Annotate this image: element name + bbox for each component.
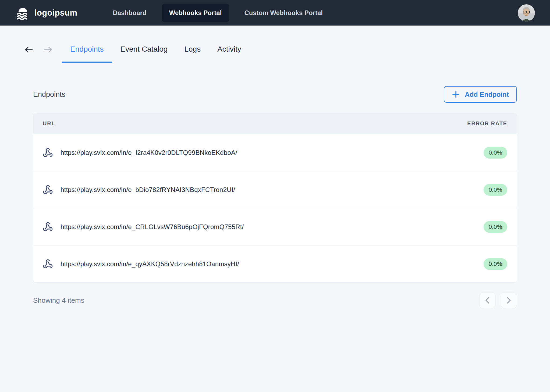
arrow-left-icon[interactable] xyxy=(24,46,33,54)
history-arrows xyxy=(24,46,53,63)
endpoints-table: URL ERROR RATE https://play.svix.com/in/… xyxy=(33,113,517,283)
chevron-right-icon xyxy=(506,297,512,304)
logo-waves-icon xyxy=(16,6,30,20)
endpoint-url: https://play.svix.com/in/e_I2ra4K0v2r0DL… xyxy=(61,149,237,156)
endpoint-url: https://play.svix.com/in/e_CRLGLvsW76Bu6… xyxy=(61,223,244,231)
tab-event-catalog[interactable]: Event Catalog xyxy=(112,45,176,63)
webhook-icon xyxy=(43,185,53,195)
tab-activity[interactable]: Activity xyxy=(209,45,250,63)
endpoint-url: https://play.svix.com/in/e_qyAXKQ58rVdzn… xyxy=(61,260,239,268)
items-count-summary: Showing 4 items xyxy=(33,296,84,305)
table-row[interactable]: https://play.svix.com/in/e_qyAXKQ58rVdzn… xyxy=(33,245,517,282)
add-endpoint-label: Add Endpoint xyxy=(465,91,509,98)
prev-page-button[interactable] xyxy=(479,292,495,308)
error-rate-badge: 0.0% xyxy=(484,221,507,233)
main-content: Endpoints Add Endpoint URL ERROR RATE xyxy=(0,86,550,308)
portal-tabbar: Endpoints Event Catalog Logs Activity xyxy=(0,45,550,63)
error-rate-badge: 0.0% xyxy=(484,184,507,196)
navbar-item-webhooks-portal[interactable]: Webhooks Portal xyxy=(162,4,229,22)
webhook-icon xyxy=(43,148,53,158)
endpoint-url: https://play.svix.com/in/e_bDio782fRYNAI… xyxy=(61,186,235,194)
navbar-item-dashboard[interactable]: Dashboard xyxy=(105,4,154,22)
table-row[interactable]: https://play.svix.com/in/e_I2ra4K0v2r0DL… xyxy=(33,134,517,171)
brand-name: logoipsum xyxy=(34,8,77,18)
plus-icon xyxy=(452,90,460,98)
navbar-links: Dashboard Webhooks Portal Custom Webhook… xyxy=(105,4,330,22)
column-header-error-rate: ERROR RATE xyxy=(467,120,507,127)
navbar-item-custom-webhooks-portal[interactable]: Custom Webhooks Portal xyxy=(237,4,330,22)
error-rate-badge: 0.0% xyxy=(484,258,507,270)
webhook-icon xyxy=(43,222,53,232)
add-endpoint-button[interactable]: Add Endpoint xyxy=(444,86,517,103)
arrow-right-icon[interactable] xyxy=(44,46,53,54)
column-header-url: URL xyxy=(43,120,467,127)
tab-endpoints[interactable]: Endpoints xyxy=(62,45,112,63)
top-navbar: logoipsum Dashboard Webhooks Portal Cust… xyxy=(0,0,550,26)
chevron-left-icon xyxy=(484,297,490,304)
table-header: URL ERROR RATE xyxy=(33,113,517,134)
brand-logo[interactable]: logoipsum xyxy=(16,6,77,20)
next-page-button[interactable] xyxy=(501,292,517,308)
webhook-icon xyxy=(43,259,53,269)
table-row[interactable]: https://play.svix.com/in/e_bDio782fRYNAI… xyxy=(33,171,517,208)
user-avatar[interactable] xyxy=(518,4,535,22)
page-title: Endpoints xyxy=(33,90,65,99)
tab-logs[interactable]: Logs xyxy=(176,45,209,63)
pagination xyxy=(479,292,517,308)
table-row[interactable]: https://play.svix.com/in/e_CRLGLvsW76Bu6… xyxy=(33,208,517,245)
error-rate-badge: 0.0% xyxy=(484,147,507,159)
